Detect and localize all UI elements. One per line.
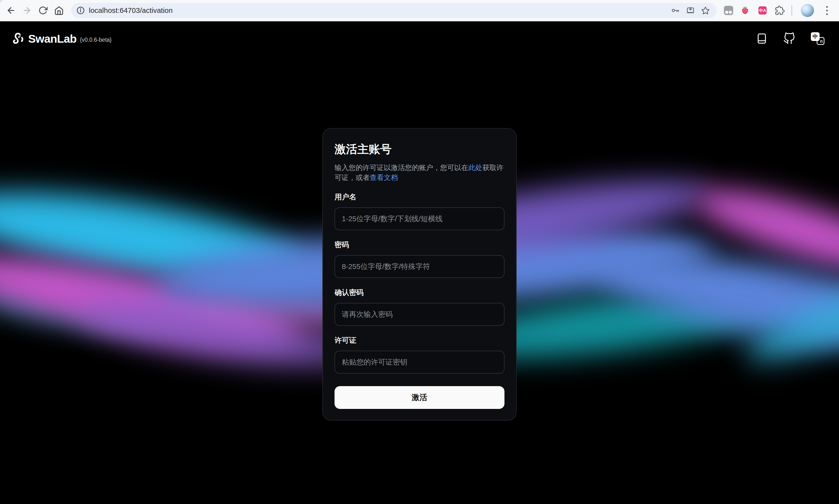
lang-zh-icon: 中	[811, 32, 820, 41]
activate-button[interactable]: 激活	[335, 386, 504, 409]
book-icon	[756, 33, 768, 44]
extension-strawberry-icon[interactable]	[740, 5, 750, 16]
confirm-password-label: 确认密码	[335, 288, 504, 298]
header-icons: 中 n	[756, 32, 824, 45]
brand-version: {v0.0.6-beta}	[80, 34, 112, 43]
browser-toolbar: localhost:64703/activation 中A	[0, 0, 839, 21]
extensions-puzzle-icon[interactable]	[775, 5, 785, 15]
desc-part1: 输入您的许可证以激活您的账户，您可以在	[335, 164, 468, 172]
star-icon	[701, 6, 710, 15]
key-icon	[671, 6, 680, 15]
reload-button[interactable]	[36, 4, 50, 17]
reload-icon	[38, 6, 48, 15]
language-toggle-button[interactable]: 中 n	[811, 32, 824, 45]
install-app-button[interactable]	[685, 5, 696, 16]
github-icon	[783, 33, 795, 44]
profile-avatar[interactable]	[801, 4, 814, 17]
github-button[interactable]	[783, 33, 795, 44]
swanlab-page: SwanLab {v0.0.6-beta} 中 n 激活主账号 输入您的许可证以…	[0, 21, 839, 504]
activation-card: 激活主账号 输入您的许可证以激活您的账户，您可以在此处获取许可证，或者查看文档 …	[322, 128, 517, 420]
browser-chrome: localhost:64703/activation 中A	[0, 0, 839, 21]
get-license-link[interactable]: 此处	[468, 164, 482, 172]
forward-button[interactable]	[20, 4, 34, 17]
license-input[interactable]	[335, 351, 504, 374]
extensions-area: 中A	[724, 4, 831, 17]
home-button[interactable]	[52, 4, 66, 17]
password-label: 密码	[335, 240, 504, 250]
back-button[interactable]	[4, 4, 18, 17]
username-input[interactable]	[335, 208, 504, 230]
back-icon	[6, 5, 16, 15]
forward-icon	[22, 5, 32, 15]
card-title: 激活主账号	[335, 142, 504, 157]
browser-menu-button[interactable]	[823, 6, 831, 15]
password-manager-button[interactable]	[670, 5, 681, 16]
site-info-icon[interactable]	[76, 6, 85, 15]
username-label: 用户名	[335, 192, 504, 202]
docs-button[interactable]	[756, 33, 768, 44]
password-input[interactable]	[335, 255, 504, 278]
brand-logo[interactable]: SwanLab {v0.0.6-beta}	[12, 32, 112, 46]
url-bar[interactable]: localhost:64703/activation	[71, 3, 717, 18]
app-header: SwanLab {v0.0.6-beta} 中 n	[0, 21, 839, 56]
confirm-password-input[interactable]	[335, 303, 504, 326]
install-icon	[686, 6, 695, 15]
license-label: 许可证	[335, 336, 504, 345]
toolbar-separator	[791, 5, 792, 16]
home-icon	[54, 5, 64, 15]
view-docs-link[interactable]: 查看文档	[370, 174, 398, 181]
extension-translate-icon[interactable]: 中A	[757, 5, 768, 16]
url-text[interactable]: localhost:64703/activation	[89, 6, 666, 15]
card-description: 输入您的许可证以激活您的账户，您可以在此处获取许可证，或者查看文档	[335, 163, 504, 182]
swan-logo-icon	[12, 32, 26, 46]
bookmark-button[interactable]	[700, 5, 711, 16]
brand-name: SwanLab	[28, 32, 76, 46]
extension-domino-icon[interactable]	[724, 6, 733, 15]
